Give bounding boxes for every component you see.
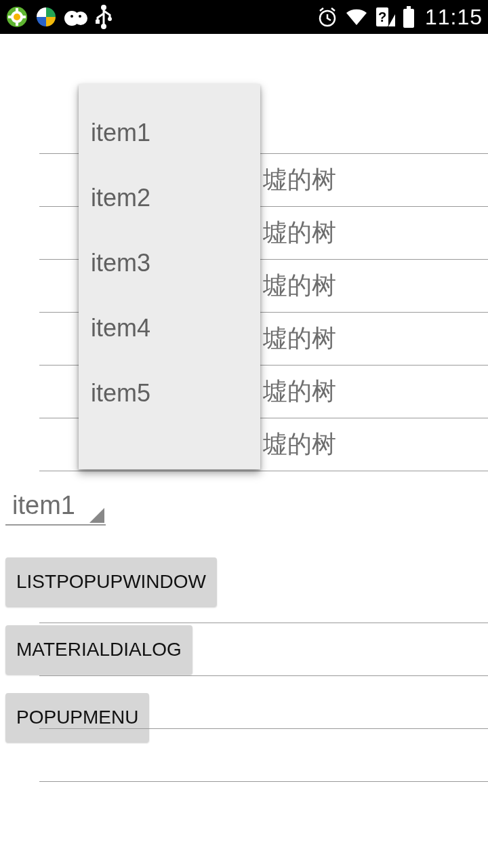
svg-text:?: ? (378, 9, 386, 24)
list-item-label: 墟的树 (263, 428, 336, 461)
svg-point-6 (14, 14, 20, 20)
list-item-label: 墟的树 (263, 216, 336, 250)
svg-point-15 (108, 17, 112, 21)
android-icon (64, 7, 88, 26)
dropdown-icon (89, 508, 104, 523)
svg-rect-19 (407, 6, 411, 9)
battery-icon (402, 6, 415, 28)
svg-rect-14 (96, 20, 100, 24)
popup-item[interactable]: item4 (79, 296, 260, 361)
popup-item[interactable]: item2 (79, 165, 260, 231)
list-divider (39, 623, 488, 675)
svg-point-13 (101, 24, 106, 29)
usb-icon (95, 4, 113, 30)
spinner[interactable]: item1 (5, 481, 106, 526)
swirl-icon (35, 6, 57, 28)
list-popup-window: item1 item2 item3 item4 item5 (79, 84, 260, 469)
list-divider (39, 675, 488, 728)
popup-item[interactable]: item1 (79, 100, 260, 165)
list-item-label: 墟的树 (263, 375, 336, 408)
listpopupwindow-button[interactable]: LISTPOPUPWINDOW (5, 557, 217, 606)
list-divider (39, 781, 488, 782)
list-item-label: 墟的树 (263, 269, 336, 302)
svg-point-9 (70, 15, 73, 18)
status-right-icons: ? 11:15 (317, 5, 483, 30)
popup-item[interactable]: item3 (79, 231, 260, 296)
svg-point-10 (79, 15, 81, 18)
360-icon (5, 5, 28, 28)
svg-point-8 (74, 12, 87, 25)
spinner-underline (5, 524, 106, 526)
status-time: 11:15 (425, 5, 483, 30)
list-divider (39, 728, 488, 781)
status-bar: ? 11:15 (0, 0, 488, 34)
list-item-label: 墟的树 (263, 163, 336, 197)
sim-unknown-icon: ? (375, 6, 395, 28)
alarm-icon (317, 6, 338, 28)
svg-rect-20 (403, 9, 414, 28)
popup-item[interactable]: item5 (79, 361, 260, 426)
wifi-icon (345, 7, 368, 26)
list-item-label: 墟的树 (263, 322, 336, 355)
app-content: 墟的树 墟的树 墟的树 墟的树 墟的树 墟的树 item1 LISTPOPUPW… (0, 34, 488, 868)
list-divider (39, 471, 488, 471)
status-left-icons (5, 4, 113, 30)
